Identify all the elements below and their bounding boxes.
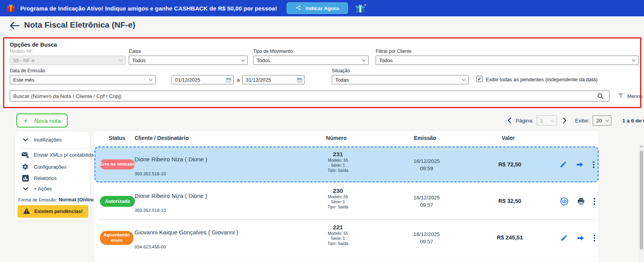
sidebar-item-inutilizacoes[interactable]: Inutilizações bbox=[21, 137, 62, 143]
new-note-button[interactable]: + Nova nota bbox=[16, 114, 68, 128]
giftbox-icon bbox=[354, 3, 367, 14]
chevron-down-icon bbox=[21, 138, 29, 141]
edit-icon[interactable] bbox=[560, 234, 568, 242]
sidebar-item-enviar-xmls[interactable]: Enviar XMLs p/ contabilidade bbox=[21, 152, 99, 158]
situacao-select[interactable]: Todas bbox=[332, 75, 469, 84]
search-input[interactable] bbox=[10, 91, 609, 101]
print-icon[interactable] bbox=[577, 197, 585, 205]
page-value: 1 bbox=[540, 118, 543, 124]
emission-datetime: 16/12/2025 09:57 bbox=[388, 194, 466, 209]
date-from-field bbox=[172, 75, 234, 84]
more-icon[interactable] bbox=[593, 161, 595, 168]
status-badge: Erro na emissão bbox=[100, 159, 135, 169]
emission-time: 09:57 bbox=[388, 201, 466, 209]
situacao-label: Situação bbox=[332, 68, 350, 73]
table-row[interactable]: Autorizada Dione Ribeiro Niza ( Dione ) … bbox=[95, 184, 598, 219]
date-to-input[interactable] bbox=[243, 75, 304, 84]
invoice-model: Modelo: 55 bbox=[299, 158, 377, 163]
gift-icon bbox=[6, 3, 16, 13]
edit-icon[interactable] bbox=[560, 161, 567, 168]
more-icon[interactable] bbox=[593, 198, 595, 205]
sidebar-item-label: Configurações bbox=[34, 164, 66, 170]
actions-sidebar: Inutilizações Enviar XMLs p/ contabilida… bbox=[15, 131, 90, 221]
invoice-number: 230 bbox=[299, 187, 377, 194]
chevron-down-icon bbox=[21, 187, 29, 190]
date-from-input[interactable] bbox=[172, 75, 233, 84]
column-header-value: Valor bbox=[469, 135, 547, 141]
tipo-movimento-value: Todos bbox=[257, 58, 270, 63]
show-pending-checkbox[interactable]: ✓ bbox=[476, 76, 483, 82]
pending-warning-banner[interactable]: Existem pendências! bbox=[18, 205, 88, 218]
calendar-icon[interactable] bbox=[296, 77, 303, 83]
filtrar-cliente-select[interactable]: Todos bbox=[376, 56, 639, 65]
chevron-down-icon bbox=[462, 79, 466, 81]
refer-now-button[interactable]: Indicar Agora bbox=[287, 2, 348, 14]
search-options-panel: Opções de Busca Modelo NF 55 - NF-e Caix… bbox=[3, 37, 641, 108]
show-pending-label: Exibir todas as pendentes (independente … bbox=[486, 77, 598, 82]
invoice-number-block: 221 Modelo: 55 Série: 1 Tipo: Saída bbox=[299, 224, 377, 246]
caixa-select[interactable]: Todos bbox=[129, 56, 248, 65]
filtrar-cliente-value: Todos bbox=[379, 58, 393, 63]
invoice-table: Status Cliente / Destinatário Número Emi… bbox=[93, 131, 599, 262]
chevron-down-icon bbox=[119, 59, 123, 62]
emission-time: 09:57 bbox=[388, 238, 466, 245]
page-select[interactable]: 1 bbox=[537, 115, 557, 126]
sidebar-item-relatorios[interactable]: Relatórios bbox=[21, 175, 57, 182]
invoice-value: R$ 32,50 bbox=[471, 198, 549, 204]
sidebar-item-configuracoes[interactable]: Configurações bbox=[21, 163, 66, 170]
bar-chart-icon bbox=[21, 175, 29, 182]
emission-date: 16/12/2025 bbox=[388, 157, 466, 165]
invoice-model: Modelo: 55 bbox=[299, 194, 377, 199]
modelo-nf-label: Modelo NF bbox=[10, 49, 33, 54]
divider bbox=[18, 148, 88, 149]
page-size-select[interactable]: 20 bbox=[593, 115, 611, 126]
view-icon[interactable] bbox=[560, 197, 569, 206]
modelo-nf-select: 55 - NF-e bbox=[10, 56, 126, 65]
client-name: Dione Ribeiro Niza ( Dione ) bbox=[135, 156, 207, 162]
scrollbar-thumb[interactable] bbox=[640, 151, 643, 250]
scroll-up-icon[interactable] bbox=[639, 144, 644, 149]
page-title: Nota Fiscal Eletrônica (NF-e) bbox=[24, 20, 135, 30]
table-row[interactable]: Erro na emissão Dione Ribeiro Niza ( Dio… bbox=[94, 147, 598, 182]
client-document: 934.623.458-00 bbox=[135, 245, 166, 249]
show-label: Exibir: bbox=[575, 118, 590, 124]
invoice-number: 231 bbox=[299, 151, 377, 158]
page-size-value: 20 bbox=[596, 118, 602, 124]
filter-icon[interactable] bbox=[617, 93, 624, 99]
column-header-emission: Emissão bbox=[386, 135, 464, 141]
search-icon[interactable] bbox=[597, 93, 604, 100]
invoice-series: Série: 1 bbox=[299, 163, 377, 168]
back-button[interactable] bbox=[9, 22, 20, 30]
share-icon bbox=[296, 5, 301, 12]
chevron-left-icon[interactable] bbox=[507, 117, 512, 124]
banner-text: Programa de Indicação Ativo! Indique ami… bbox=[20, 5, 277, 12]
collapse-filters-button[interactable]: Menos < bbox=[627, 93, 644, 99]
invoice-number-block: 230 Modelo: 55 Série: 1 Tipo: Saída bbox=[299, 187, 377, 210]
invoice-number: 221 bbox=[299, 224, 377, 231]
client-document: 350.352.518-10 bbox=[135, 171, 166, 176]
chevron-down-icon bbox=[149, 79, 153, 81]
tipo-movimento-select[interactable]: Todos bbox=[253, 56, 369, 65]
column-header-client: Cliente / Destinatário bbox=[135, 135, 189, 141]
chevron-down-icon bbox=[632, 59, 636, 62]
client-document: 350.352.518-10 bbox=[135, 208, 166, 213]
plus-icon: + bbox=[23, 117, 28, 125]
table-row[interactable]: Aguardando envio Giovanni Kaique Gonçalv… bbox=[95, 220, 598, 255]
emission-time: 09:59 bbox=[388, 165, 466, 172]
more-icon[interactable] bbox=[593, 234, 595, 241]
invoice-series: Série: 1 bbox=[299, 236, 377, 241]
pending-warning-text: Existem pendências! bbox=[34, 209, 82, 214]
sidebar-item-label: + Ações bbox=[34, 186, 52, 192]
send-icon[interactable] bbox=[576, 234, 585, 241]
vertical-scrollbar[interactable] bbox=[639, 143, 644, 262]
chevron-down-icon bbox=[605, 119, 609, 122]
row-divider bbox=[98, 219, 594, 220]
sidebar-item-acoes[interactable]: + Ações bbox=[21, 186, 52, 192]
chevron-down-icon bbox=[551, 119, 555, 122]
new-note-label: Nova nota bbox=[34, 117, 61, 124]
filtrar-cliente-label: Filtrar por Cliente bbox=[376, 49, 411, 54]
data-emissao-select[interactable]: Este mês bbox=[10, 75, 156, 84]
calendar-icon[interactable] bbox=[226, 77, 232, 83]
chevron-right-icon[interactable] bbox=[562, 117, 567, 124]
send-icon[interactable] bbox=[576, 161, 584, 168]
